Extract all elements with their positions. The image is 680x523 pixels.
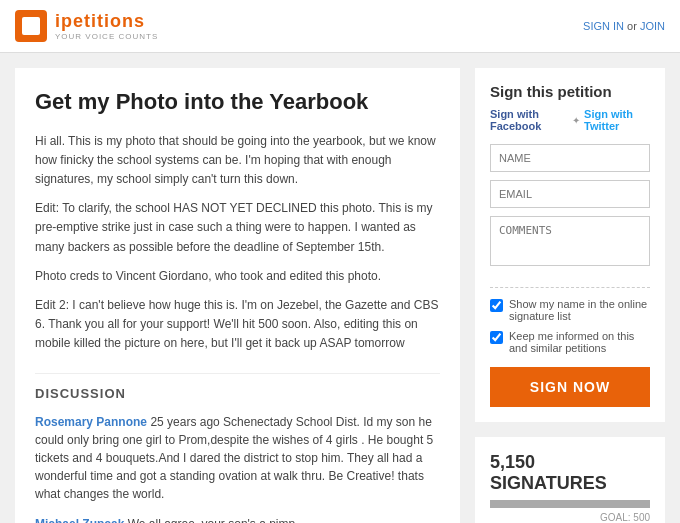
form-separator xyxy=(490,287,650,288)
signature-count: 5,150 SIGNATURES xyxy=(490,452,650,494)
logo-tagline: YOUR VOICE COUNTS xyxy=(55,32,158,41)
sign-petition-title: Sign this petition xyxy=(490,83,650,100)
sign-now-button[interactable]: SIGN NOW xyxy=(490,367,650,407)
signature-bar-bg xyxy=(490,500,650,508)
discussion-item-2: Michael Zupcak We all agree, your son's … xyxy=(35,515,440,523)
email-input[interactable] xyxy=(490,180,650,208)
signatures-box: 5,150 SIGNATURES GOAL: 500 xyxy=(475,437,665,523)
sign-in-anchor[interactable]: SIGN IN xyxy=(583,20,624,32)
logo-text: ipetitions YOUR VOICE COUNTS xyxy=(55,11,158,41)
body-para-3: Photo creds to Vincent Giordano, who too… xyxy=(35,267,440,286)
show-name-label: Show my name in the online signature lis… xyxy=(509,298,650,322)
header: ipetitions YOUR VOICE COUNTS SIGN IN or … xyxy=(0,0,680,53)
discussion-section: DISCUSSION Rosemary Pannone 25 years ago… xyxy=(35,373,440,523)
petition-title: Get my Photo into the Yearbook xyxy=(35,88,440,117)
logo-area: ipetitions YOUR VOICE COUNTS xyxy=(15,10,158,42)
keep-informed-label: Keep me informed on this and similar pet… xyxy=(509,330,650,354)
discussion-author-1[interactable]: Rosemary Pannone xyxy=(35,415,147,429)
tw-signin-link[interactable]: Sign with Twitter xyxy=(584,108,650,132)
discussion-title: DISCUSSION xyxy=(35,373,440,401)
fb-signin-link[interactable]: Sign with Facebook xyxy=(490,108,568,132)
or-text: or xyxy=(624,20,640,32)
petition-body: Hi all. This is my photo that should be … xyxy=(35,132,440,354)
keep-informed-checkbox[interactable] xyxy=(490,331,503,344)
body-para-4: Edit 2: I can't believe how huge this is… xyxy=(35,296,440,354)
social-signin: Sign with Facebook ✦ Sign with Twitter xyxy=(490,108,650,132)
signature-goal: GOAL: 500 xyxy=(490,512,650,523)
discussion-text-2: We all agree, your son's a pimp. xyxy=(124,517,298,523)
social-divider: ✦ xyxy=(572,115,580,126)
logo-name: ipetitions xyxy=(55,11,158,32)
discussion-author-2[interactable]: Michael Zupcak xyxy=(35,517,124,523)
logo-icon xyxy=(15,10,47,42)
left-column: Get my Photo into the Yearbook Hi all. T… xyxy=(15,68,460,523)
discussion-item-1: Rosemary Pannone 25 years ago Schenectad… xyxy=(35,413,440,503)
body-para-2: Edit: To clarify, the school HAS NOT YET… xyxy=(35,199,440,257)
right-column: Sign this petition Sign with Facebook ✦ … xyxy=(475,68,665,523)
comments-input[interactable] xyxy=(490,216,650,266)
sign-petition-box: Sign this petition Sign with Facebook ✦ … xyxy=(475,68,665,422)
sign-in-link[interactable]: SIGN IN or JOIN xyxy=(583,20,665,32)
signature-bar-fill xyxy=(490,500,650,508)
main-content: Get my Photo into the Yearbook Hi all. T… xyxy=(0,53,680,523)
body-para-1: Hi all. This is my photo that should be … xyxy=(35,132,440,190)
logo-icon-inner xyxy=(22,17,40,35)
join-anchor[interactable]: JOIN xyxy=(640,20,665,32)
name-input[interactable] xyxy=(490,144,650,172)
checkbox-row-1: Show my name in the online signature lis… xyxy=(490,298,650,322)
checkbox-row-2: Keep me informed on this and similar pet… xyxy=(490,330,650,354)
show-name-checkbox[interactable] xyxy=(490,299,503,312)
